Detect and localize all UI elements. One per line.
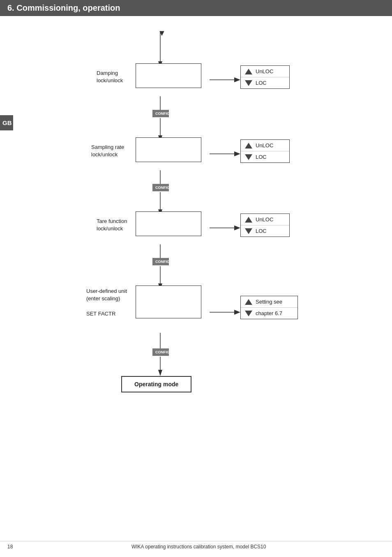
damping-loc: LOC — [241, 77, 289, 88]
sampling-unloc: UnLOC — [241, 140, 289, 151]
triangle-up-icon — [245, 143, 252, 149]
page-footer: 18 WIKA operating instructions calibrati… — [0, 541, 392, 550]
svg-marker-3 — [234, 77, 240, 82]
triangle-up-icon — [245, 217, 252, 223]
triangle-down-icon — [245, 228, 252, 234]
config-box-2: CONFIG — [152, 184, 169, 191]
svg-marker-8 — [234, 151, 240, 156]
damping-label: Damping lock/unlock — [97, 70, 123, 84]
tare-label: Tare function lock/unlock — [97, 218, 127, 232]
triangle-down-icon — [245, 80, 252, 86]
tare-selector: UnLOC LOC — [240, 214, 290, 237]
damping-flow-box — [136, 63, 201, 88]
footer-center-text: WIKA operating instructions calibration … — [13, 544, 385, 550]
config-box-3: CONFIG — [152, 258, 169, 265]
triangle-up-icon — [245, 69, 252, 74]
user-defined-flow-box — [136, 285, 201, 318]
header-title: 6. Commissioning, operation — [7, 3, 120, 12]
top-arrow-indicator: ▼ — [158, 28, 166, 38]
damping-unloc: UnLOC — [241, 66, 289, 77]
sampling-loc: LOC — [241, 151, 289, 162]
svg-marker-21 — [158, 370, 162, 376]
svg-marker-18 — [234, 310, 240, 315]
user-defined-setting: Setting see — [241, 296, 297, 308]
triangle-up-icon — [245, 299, 252, 305]
sampling-flow-box — [136, 137, 201, 162]
operating-mode-box: Operating mode — [121, 376, 191, 392]
damping-selector: UnLOC LOC — [240, 65, 290, 89]
user-defined-label: User-defined unit (enter scaling) SET FA… — [86, 288, 127, 318]
user-defined-selector: Setting see chapter 6.7 — [240, 296, 298, 319]
triangle-down-icon — [245, 154, 252, 160]
svg-marker-13 — [234, 225, 240, 230]
tare-flow-box — [136, 211, 201, 236]
config-box-1: CONFIG — [152, 110, 169, 117]
gb-tab: GB — [0, 115, 13, 130]
triangle-down-icon — [245, 311, 252, 316]
user-defined-chapter: chapter 6.7 — [241, 308, 297, 319]
page-header: 6. Commissioning, operation — [0, 0, 392, 16]
sampling-label: Sampling rate lock/unlock — [91, 144, 124, 158]
tare-loc: LOC — [241, 225, 289, 237]
sampling-selector: UnLOC LOC — [240, 139, 290, 163]
config-box-4: CONFIG — [152, 348, 169, 356]
tare-unloc: UnLOC — [241, 214, 289, 225]
footer-page-number: 18 — [7, 544, 13, 550]
